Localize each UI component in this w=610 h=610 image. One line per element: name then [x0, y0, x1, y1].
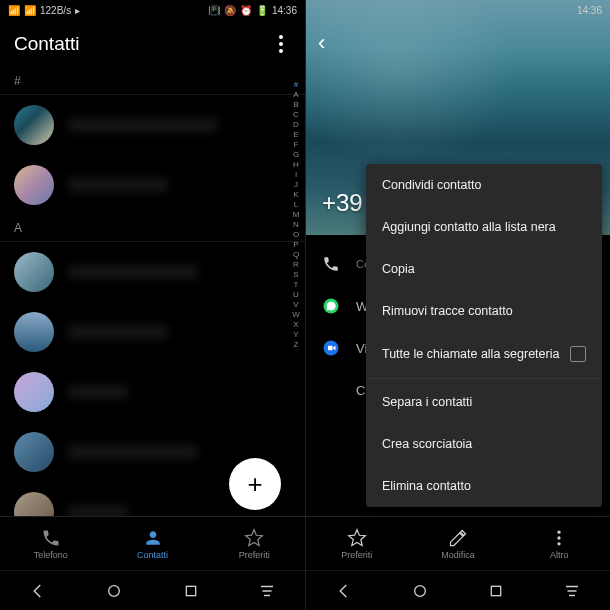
- menu-separate[interactable]: Separa i contatti: [366, 381, 602, 423]
- alpha-letter[interactable]: A: [289, 90, 303, 99]
- menu-voicemail-all[interactable]: Tutte le chiamate alla segreteria: [366, 332, 602, 376]
- clock-label: 14:36: [272, 5, 297, 16]
- contact-row[interactable]: [0, 95, 305, 155]
- back-arrow-icon[interactable]: ‹: [318, 30, 325, 56]
- alpha-letter[interactable]: Y: [289, 330, 303, 339]
- menu-shortcut[interactable]: Crea scorciatoia: [366, 423, 602, 465]
- svg-point-6: [558, 542, 561, 545]
- page-title: Contatti: [14, 33, 79, 55]
- back-button[interactable]: [27, 580, 49, 602]
- nav-contacts[interactable]: Contatti: [102, 517, 204, 570]
- phone-icon: [320, 253, 342, 275]
- avatar: [14, 492, 54, 516]
- alpha-letter[interactable]: B: [289, 100, 303, 109]
- alpha-letter[interactable]: T: [289, 280, 303, 289]
- contact-row[interactable]: [0, 155, 305, 215]
- checkbox[interactable]: [570, 346, 586, 362]
- svg-point-5: [558, 536, 561, 539]
- alpha-letter[interactable]: C: [289, 110, 303, 119]
- system-nav: [306, 570, 610, 610]
- contacts-list[interactable]: # A #ABCDEFGHIJKLMNOPQR: [0, 68, 305, 516]
- nav-contacts-label: Contatti: [137, 550, 168, 560]
- avatar: [14, 312, 54, 352]
- alpha-letter[interactable]: #: [289, 80, 303, 89]
- nav-phone[interactable]: Telefono: [0, 517, 102, 570]
- menu-remove-traces[interactable]: Rimuovi tracce contatto: [366, 290, 602, 332]
- edit-icon: [448, 528, 468, 548]
- menu-share[interactable]: Condividi contatto: [366, 164, 602, 206]
- alpha-letter[interactable]: K: [289, 190, 303, 199]
- alpha-letter[interactable]: P: [289, 240, 303, 249]
- more-icon: [549, 528, 569, 548]
- nav-favorites[interactable]: Preferiti: [203, 517, 305, 570]
- nav-edit[interactable]: Modifica: [407, 517, 508, 570]
- section-a: A: [0, 215, 305, 242]
- svg-point-7: [415, 585, 426, 596]
- battery-icon: 🔋: [256, 5, 268, 16]
- nav-more-label: Altro: [550, 550, 569, 560]
- alpha-letter[interactable]: O: [289, 230, 303, 239]
- alpha-letter[interactable]: N: [289, 220, 303, 229]
- star-icon: [347, 528, 367, 548]
- alpha-letter[interactable]: J: [289, 180, 303, 189]
- drawer-button[interactable]: [256, 580, 278, 602]
- alpha-scroll-index[interactable]: #ABCDEFGHIJKLMNOPQRSTUVWXYZ: [289, 80, 303, 516]
- back-button[interactable]: [333, 580, 355, 602]
- nav-favorites[interactable]: Preferiti: [306, 517, 407, 570]
- alpha-letter[interactable]: G: [289, 150, 303, 159]
- context-menu: Condividi contatto Aggiungi contatto all…: [366, 164, 602, 507]
- menu-delete[interactable]: Elimina contatto: [366, 465, 602, 507]
- home-button[interactable]: [409, 580, 431, 602]
- contact-detail-screen: 14:36 ‹ +39 Cell Wh Vid Chi Condividi co…: [305, 0, 610, 610]
- svg-rect-1: [186, 586, 195, 595]
- contact-name-blurred: [68, 385, 128, 399]
- menu-copy[interactable]: Copia: [366, 248, 602, 290]
- divider: [366, 378, 602, 379]
- alpha-letter[interactable]: H: [289, 160, 303, 169]
- phone-icon: [41, 528, 61, 548]
- menu-blacklist[interactable]: Aggiungi contatto alla lista nera: [366, 206, 602, 248]
- svg-point-0: [109, 585, 120, 596]
- alpha-letter[interactable]: X: [289, 320, 303, 329]
- alpha-letter[interactable]: L: [289, 200, 303, 209]
- contact-row[interactable]: [0, 362, 305, 422]
- alpha-letter[interactable]: I: [289, 170, 303, 179]
- add-contact-fab[interactable]: +: [229, 458, 281, 510]
- avatar: [14, 432, 54, 472]
- svg-point-4: [558, 530, 561, 533]
- drawer-button[interactable]: [561, 580, 583, 602]
- alpha-letter[interactable]: Q: [289, 250, 303, 259]
- alpha-letter[interactable]: M: [289, 210, 303, 219]
- alpha-letter[interactable]: U: [289, 290, 303, 299]
- avatar: [14, 372, 54, 412]
- status-bar: 14:36: [306, 0, 610, 20]
- alpha-letter[interactable]: Z: [289, 340, 303, 349]
- alpha-letter[interactable]: V: [289, 300, 303, 309]
- recents-button[interactable]: [485, 580, 507, 602]
- signal-icon: 📶: [8, 5, 20, 16]
- bottom-nav: Preferiti Modifica Altro: [306, 516, 610, 570]
- alpha-letter[interactable]: W: [289, 310, 303, 319]
- contact-row[interactable]: [0, 302, 305, 362]
- alpha-letter[interactable]: D: [289, 120, 303, 129]
- star-icon: [244, 528, 264, 548]
- alpha-letter[interactable]: S: [289, 270, 303, 279]
- phone-number-prefix: +39: [322, 189, 363, 217]
- alpha-letter[interactable]: R: [289, 260, 303, 269]
- alpha-letter[interactable]: F: [289, 140, 303, 149]
- chat-icon: [320, 379, 342, 401]
- plus-icon: +: [247, 469, 262, 500]
- whatsapp-icon: [320, 295, 342, 317]
- overflow-menu-button[interactable]: [271, 27, 291, 61]
- nav-phone-label: Telefono: [34, 550, 68, 560]
- alpha-letter[interactable]: E: [289, 130, 303, 139]
- contact-row[interactable]: [0, 242, 305, 302]
- svg-rect-8: [491, 586, 500, 595]
- vibrate-icon: 📳: [208, 5, 220, 16]
- recents-button[interactable]: [180, 580, 202, 602]
- avatar: [14, 105, 54, 145]
- header: Contatti: [0, 20, 305, 68]
- home-button[interactable]: [103, 580, 125, 602]
- nav-more[interactable]: Altro: [509, 517, 610, 570]
- status-bar: 📶 📶 122B/s ▸ 📳 🔕 ⏰ 🔋 14:36: [0, 0, 305, 20]
